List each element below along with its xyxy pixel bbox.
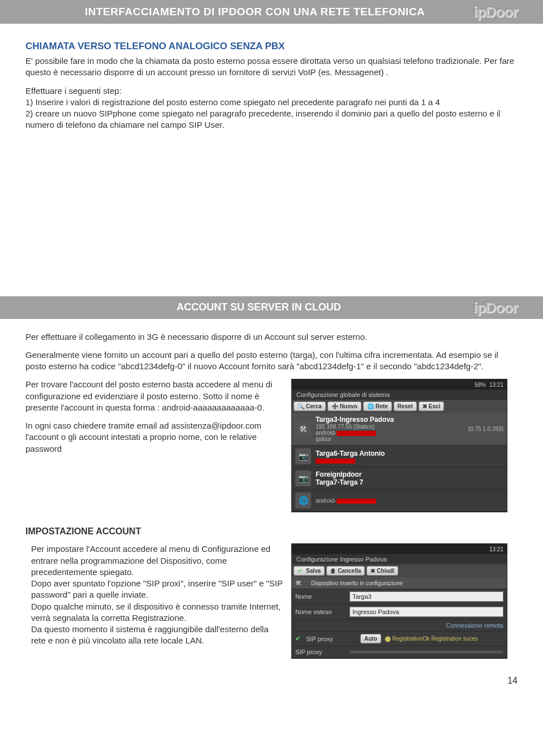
- search-icon: 🔍: [298, 403, 304, 409]
- device-title: ForeignIpdoor: [316, 470, 503, 478]
- section1-para1: E' possibile fare in modo che la chiamat…: [25, 55, 518, 79]
- config-note: Dispositivo inserito in configurazione: [311, 580, 503, 586]
- nuovo-button[interactable]: ➕Nuovo: [327, 401, 361, 411]
- auto-button[interactable]: Auto: [360, 634, 381, 643]
- device-icon: 📷: [295, 470, 311, 486]
- battery-percent: 58%: [475, 382, 486, 388]
- check-icon: ✔: [298, 568, 302, 574]
- status-bar: 13:21: [292, 544, 507, 554]
- section2-para3: Per trovare l'account del posto esterno …: [25, 379, 285, 413]
- wrench-icon: 🛠: [295, 580, 308, 586]
- device-ip: 192.168.77.55 (Statico): [316, 424, 464, 430]
- ipdoor-logo: [473, 3, 518, 21]
- toolbar: 🔍Cerca ➕Nuovo 🌐Rete Reset ✖Esci: [292, 400, 507, 413]
- device-icon: 🌐: [295, 493, 311, 508]
- section3-para2: Dopo aver spuntato l'opzione "SIP proxi"…: [31, 578, 285, 601]
- device-row-targa6[interactable]: 📷 Targa6-Targa Antonio: [292, 446, 507, 468]
- section3-para4: Da questo momento il sistema è raggiungi…: [31, 624, 285, 647]
- form-row-nome-esteso: Nome esteso Ingresso Padova: [292, 604, 507, 620]
- label-sip-proxy-2: SIP proxy: [295, 649, 346, 655]
- form-row-nome: Nome Targa3: [292, 589, 507, 604]
- device-host: ipdoor: [316, 436, 464, 442]
- device-row-targa7[interactable]: 🌐 android-: [292, 490, 507, 512]
- status-icon: ⬤: [385, 636, 393, 642]
- section2-para2: Generalmente viene fornito un account pa…: [25, 349, 518, 373]
- label-nome: Nome: [295, 593, 346, 600]
- cancella-button[interactable]: 🗑Cancella: [326, 566, 365, 576]
- wrench-icon: 🛠: [295, 421, 311, 437]
- cerca-button[interactable]: 🔍Cerca: [294, 401, 326, 411]
- esci-button[interactable]: ✖Esci: [419, 401, 445, 411]
- section2-para1: Per effettuare il collegamento in 3G è n…: [25, 331, 518, 343]
- toolbar: ✔Salva 🗑Cancella ✖Chiudi: [292, 564, 507, 577]
- redacted-bar: [316, 459, 355, 464]
- form-row-sip-proxy: ✔ SIP proxy Auto ⬤ RegistrationOk Regist…: [292, 632, 507, 646]
- label-nome-esteso: Nome esteso: [295, 608, 346, 615]
- screenshot-global-config: 58% 13:21 Configurazione globale di sist…: [291, 379, 507, 512]
- panel-title: Configurazione Ingresso Padova: [292, 554, 507, 564]
- section-banner-account-cloud: ACCOUNT SU SERVER IN CLOUD: [0, 296, 543, 319]
- device-icon: 📷: [295, 448, 311, 464]
- screenshot-ingresso-config: 13:21 Configurazione Ingresso Padova ✔Sa…: [291, 543, 507, 659]
- page-number: 14: [25, 676, 518, 686]
- section1-step1: 1) Inserire i valori di registrazione de…: [25, 97, 518, 108]
- close-icon: ✖: [370, 568, 375, 574]
- section2-para4: In ogni caso chiedere tramite email ad a…: [25, 420, 285, 455]
- ipdoor-logo: [473, 299, 518, 316]
- header-title: INTERFACCIAMENTO DI IPDOOR CON UNA RETE …: [85, 6, 425, 18]
- check-icon: ✔: [295, 635, 300, 642]
- device-version: (0.75 1.0 283): [468, 426, 503, 432]
- redacted-bar: [337, 431, 376, 436]
- device-account-prefix: android-: [316, 498, 337, 504]
- device-row-foreign[interactable]: 📷 ForeignIpdoor Targa7-Targa 7: [292, 468, 507, 490]
- section1-step2: 2) creare un nuovo SIPphone come spiegat…: [25, 108, 518, 131]
- plus-icon: ➕: [331, 403, 338, 409]
- section-heading-impostazione: IMPOSTAZIONE ACCOUNT: [25, 526, 518, 537]
- salva-button[interactable]: ✔Salva: [294, 566, 325, 576]
- chiudi-button[interactable]: ✖Chiudi: [367, 566, 398, 576]
- trash-icon: 🗑: [330, 568, 336, 574]
- label-sip-proxy: SIP proxy: [306, 636, 357, 642]
- redacted-bar: [337, 499, 376, 504]
- device-row-targa3[interactable]: 🛠 Targa3-Ingresso Padova 192.168.77.55 (…: [292, 413, 507, 446]
- input-sip-proxy[interactable]: [350, 650, 503, 654]
- clock: 13:21: [489, 382, 503, 388]
- section3-para1: Per impostare l'Account accedere al menu…: [31, 543, 285, 578]
- close-icon: ✖: [423, 403, 427, 409]
- form-row-sip-proxy-2: SIP proxy: [292, 646, 507, 658]
- section-heading-chiamata: CHIAMATA VERSO TELEFONO ANALOGICO SENZA …: [25, 41, 518, 52]
- device-account-prefix: android-: [316, 430, 337, 436]
- rete-button[interactable]: 🌐Rete: [363, 401, 392, 411]
- device-title: Targa3-Ingresso Padova: [316, 416, 464, 424]
- header-banner: INTERFACCIAMENTO DI IPDOOR CON UNA RETE …: [0, 0, 543, 24]
- input-nome-esteso[interactable]: Ingresso Padova: [350, 607, 503, 617]
- section-banner-title: ACCOUNT SU SERVER IN CLOUD: [176, 301, 341, 313]
- globe-icon: 🌐: [367, 403, 374, 409]
- clock: 13:21: [489, 546, 503, 552]
- status-bar: 58% 13:21: [292, 379, 507, 390]
- panel-title: Configurazione globale di sistema: [292, 390, 507, 400]
- input-nome[interactable]: Targa3: [350, 591, 503, 602]
- connessione-remota-label: Connessione remota: [292, 620, 507, 632]
- device-subtitle: Targa7-Targa 7: [316, 478, 503, 486]
- section1-para2: Effettuare i seguenti step:: [25, 85, 518, 97]
- registration-status: ⬤ RegistrationOk Registration suces: [385, 636, 503, 642]
- section3-para3: Dopo qualche minuto, se il dispositivo è…: [31, 601, 285, 624]
- device-title: Targa6-Targa Antonio: [316, 450, 503, 457]
- reset-button[interactable]: Reset: [394, 401, 417, 411]
